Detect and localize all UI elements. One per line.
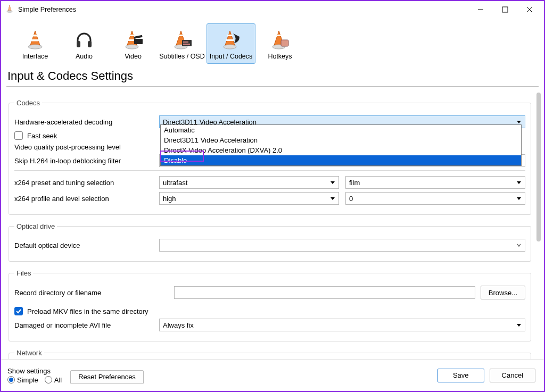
svg-rect-18 — [134, 39, 143, 44]
x264-tune-select[interactable]: film — [345, 176, 525, 189]
hw-decode-label: Hardware-accelerated decoding — [14, 118, 159, 126]
svg-marker-34 — [517, 121, 521, 123]
svg-point-29 — [224, 45, 236, 49]
dropdown-option[interactable]: Disable — [161, 155, 521, 165]
show-settings-simple-radio[interactable]: Simple — [7, 376, 38, 384]
hw-decode-dropdown[interactable]: Automatic Direct3D11 Video Acceleration … — [160, 124, 522, 166]
category-tabs: Interface Audio Video — [1, 18, 544, 64]
minimize-button[interactable] — [468, 2, 493, 18]
svg-marker-0 — [8, 5, 11, 11]
x264-profile-label: x264 profile and level selection — [14, 195, 159, 203]
fast-seek-checkbox[interactable]: Fast seek — [14, 131, 159, 140]
dropdown-option[interactable]: Direct3D11 Video Acceleration — [161, 135, 521, 145]
svg-rect-21 — [178, 35, 184, 36]
checkbox-icon — [14, 131, 23, 140]
network-legend: Network — [14, 349, 44, 357]
cone-icon — [24, 29, 46, 51]
svg-rect-27 — [227, 35, 233, 36]
show-settings-all-radio[interactable]: All — [45, 376, 62, 384]
tab-label: Interface — [22, 53, 48, 60]
x264-level-value: 0 — [349, 195, 353, 203]
network-group: Network Default caching policy Custom — [9, 349, 531, 359]
scrollbar-thumb[interactable] — [536, 93, 541, 241]
avi-select[interactable]: Always fix — [159, 319, 525, 331]
svg-point-11 — [28, 45, 42, 49]
x264-profile-select[interactable]: high — [159, 192, 339, 205]
svg-marker-26 — [225, 31, 235, 45]
svg-rect-33 — [281, 40, 288, 46]
avi-label: Damaged or incomplete AVI file — [14, 321, 159, 329]
svg-rect-9 — [32, 35, 38, 37]
svg-rect-12 — [77, 41, 80, 47]
record-input[interactable] — [174, 286, 475, 299]
tab-label: Hotkeys — [268, 53, 292, 60]
app-icon — [5, 5, 14, 15]
post-proc-label: Video quality post-processing level — [14, 143, 159, 151]
page-title: Input & Codecs Settings — [1, 64, 544, 86]
svg-rect-13 — [88, 41, 92, 47]
chevron-down-icon — [514, 178, 524, 187]
files-legend: Files — [14, 269, 33, 277]
svg-rect-25 — [183, 44, 190, 45]
x264-profile-value: high — [163, 195, 176, 203]
window-title: Simple Preferences — [18, 6, 76, 13]
preload-checkbox[interactable]: Preload MKV files in the same directory — [14, 307, 148, 315]
avi-value: Always fix — [163, 321, 194, 329]
dropdown-option[interactable]: Automatic — [161, 125, 521, 135]
deblock-label: Skip H.264 in-loop deblocking filter — [14, 157, 159, 165]
divider — [6, 86, 539, 87]
svg-rect-24 — [183, 41, 188, 43]
preload-label: Preload MKV files in the same directory — [27, 307, 148, 315]
checkbox-icon — [14, 307, 23, 315]
optical-default-select[interactable] — [159, 239, 525, 252]
svg-marker-38 — [331, 197, 335, 200]
chevron-down-icon — [514, 194, 524, 203]
browse-button[interactable]: Browse... — [481, 286, 525, 299]
tab-audio[interactable]: Audio — [60, 23, 109, 64]
maximize-button[interactable] — [493, 2, 517, 18]
svg-rect-1 — [9, 6, 10, 7]
record-label: Record directory or filename — [14, 289, 174, 297]
x264-preset-label: x264 preset and tuning selection — [14, 179, 159, 187]
bottom-bar: Show settings Simple All Reset Preferenc… — [1, 359, 544, 391]
reset-preferences-button[interactable]: Reset Preferences — [70, 370, 144, 384]
codecs-legend: Codecs — [14, 99, 42, 107]
radio-icon — [7, 376, 15, 383]
cancel-button[interactable]: Cancel — [490, 369, 535, 382]
tab-interface[interactable]: Interface — [11, 23, 60, 64]
tab-input-codecs[interactable]: Input / Codecs — [207, 23, 255, 64]
tab-label: Subtitles / OSD — [159, 53, 204, 60]
cone-film-icon — [220, 29, 242, 51]
svg-rect-23 — [182, 40, 192, 46]
tab-label: Video — [125, 53, 142, 60]
close-button[interactable] — [517, 2, 542, 18]
fast-seek-label: Fast seek — [27, 132, 57, 140]
optical-group: Optical drive Default optical device — [9, 222, 531, 262]
tab-subtitles[interactable]: Subtitles / OSD — [158, 23, 207, 64]
save-button[interactable]: Save — [437, 369, 484, 382]
x264-tune-value: film — [349, 179, 360, 187]
x264-preset-select[interactable]: ultrafast — [159, 176, 339, 189]
divider — [14, 170, 525, 171]
tab-label: Audio — [76, 53, 93, 60]
svg-point-3 — [7, 10, 12, 12]
titlebar: Simple Preferences — [1, 1, 544, 18]
tab-hotkeys[interactable]: Hotkeys — [255, 23, 304, 64]
svg-rect-28 — [226, 39, 234, 41]
svg-marker-40 — [517, 324, 521, 327]
chevron-down-icon — [328, 194, 337, 203]
x264-preset-value: ultrafast — [163, 179, 187, 187]
x264-level-select[interactable]: 0 — [345, 192, 525, 205]
optical-legend: Optical drive — [14, 222, 57, 230]
chevron-down-icon — [514, 240, 524, 250]
cone-card-icon — [171, 29, 193, 51]
files-group: Files Record directory or filename Brows… — [9, 269, 531, 341]
tab-video[interactable]: Video — [109, 23, 158, 64]
svg-point-17 — [126, 45, 138, 49]
show-settings-label: Show settings — [7, 367, 62, 375]
svg-rect-19 — [134, 35, 142, 39]
svg-rect-2 — [8, 9, 11, 10]
radio-label: All — [54, 376, 62, 384]
dropdown-option[interactable]: DirectX Video Acceleration (DXVA) 2.0 — [161, 145, 521, 155]
svg-marker-8 — [30, 31, 40, 45]
